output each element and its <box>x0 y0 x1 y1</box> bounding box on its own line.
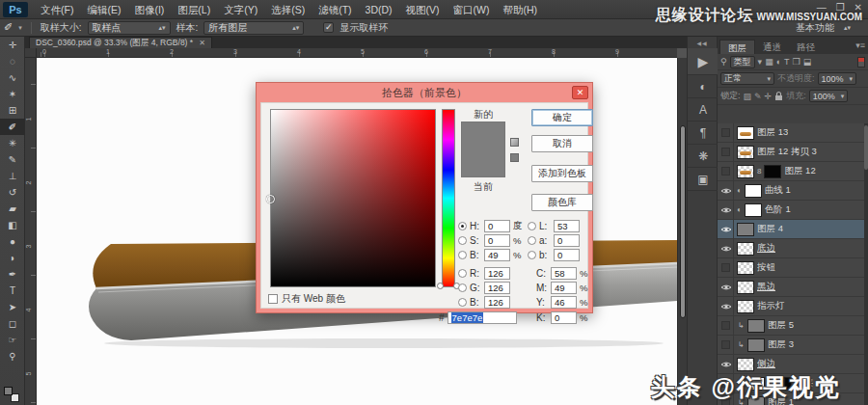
adjustments-panel-button[interactable]: ◐ <box>688 75 719 98</box>
filter-toggle-icon[interactable] <box>857 57 865 68</box>
menu-item-select[interactable]: 选择(S) <box>264 0 312 19</box>
actions-panel-button[interactable]: ▶ <box>688 48 719 75</box>
show-sampling-ring-checkbox[interactable]: ✓ <box>323 22 334 33</box>
lab-b-input[interactable]: 0 <box>554 249 580 261</box>
layer-row[interactable]: ↳ 图层 3 <box>718 336 864 355</box>
quick-selection-tool[interactable]: ✶ <box>0 86 25 102</box>
panel-menu-icon[interactable]: ▾≡ <box>855 40 865 50</box>
h-input[interactable]: 0 <box>484 220 510 232</box>
hue-slider[interactable] <box>442 109 455 287</box>
radio-r[interactable] <box>458 269 467 278</box>
dialog-close-button[interactable]: ✕ <box>572 86 588 99</box>
tab-paths[interactable]: 路径 <box>789 40 823 54</box>
history-brush-tool[interactable]: ↺ <box>0 184 25 201</box>
layer-row[interactable]: 按钮 <box>718 258 864 278</box>
foreground-background-swatches[interactable] <box>4 387 19 402</box>
layer-mask-thumbnail[interactable] <box>745 184 762 198</box>
web-safe-swatch-icon[interactable] <box>510 153 519 162</box>
menu-item-help[interactable]: 帮助(H) <box>497 0 545 19</box>
brush-presets-panel-button[interactable]: ❋ <box>688 145 719 168</box>
tab-channels[interactable]: 通道 <box>755 40 789 54</box>
a-input[interactable]: 0 <box>554 234 580 247</box>
lasso-tool[interactable]: ∿ <box>0 69 25 86</box>
lock-pixels-icon[interactable]: ✎ <box>754 92 762 101</box>
layer-row[interactable]: 指示灯 <box>718 297 864 316</box>
shape-tool[interactable]: ◻ <box>0 315 25 332</box>
brush-tool[interactable]: ✎ <box>0 151 25 168</box>
clone-source-panel-button[interactable]: ▣ <box>688 168 719 191</box>
b-input[interactable]: 49 <box>484 249 510 261</box>
layer-thumbnail[interactable] <box>737 126 754 140</box>
visibility-toggle[interactable] <box>719 316 734 336</box>
panel-scrollbar[interactable] <box>864 123 868 405</box>
b2-input[interactable]: 126 <box>484 296 510 309</box>
visibility-toggle[interactable] <box>719 143 734 162</box>
y-input[interactable]: 46 <box>551 296 577 309</box>
layer-thumbnail[interactable] <box>737 358 754 371</box>
ok-button[interactable]: 确定 <box>531 109 593 126</box>
layer-row[interactable]: ◐ 色阶 1 <box>718 201 864 220</box>
layer-thumbnail[interactable] <box>737 223 754 236</box>
dodge-tool[interactable]: ◗ <box>0 250 25 266</box>
visibility-toggle[interactable] <box>719 123 734 143</box>
marquee-tool[interactable]: ◌ <box>0 53 25 69</box>
healing-brush-tool[interactable]: ✳ <box>0 135 25 151</box>
layer-row-selected[interactable]: 图层 4 <box>718 220 864 239</box>
filter-pixel-icon[interactable]: ▦ <box>765 57 773 67</box>
s-input[interactable]: 0 <box>484 234 510 247</box>
visibility-toggle[interactable] <box>719 162 734 181</box>
filter-adjustment-icon[interactable]: ◐ <box>776 57 781 67</box>
layer-thumbnail[interactable] <box>747 338 765 352</box>
layer-row[interactable]: 黑边 <box>718 278 864 297</box>
visibility-toggle[interactable] <box>719 278 734 297</box>
layer-row[interactable]: 图层 13 <box>718 123 864 143</box>
radio-g[interactable] <box>458 284 467 292</box>
menu-item-view[interactable]: 视图(V) <box>399 0 447 19</box>
layer-thumbnail[interactable] <box>747 319 765 333</box>
hex-input[interactable]: 7e7e7e <box>448 311 517 324</box>
tool-preset-arrow-icon[interactable]: ▾ <box>18 24 22 32</box>
layer-thumbnail[interactable] <box>737 261 754 275</box>
filter-type-icon[interactable]: T <box>784 57 790 67</box>
menu-item-window[interactable]: 窗口(W) <box>447 0 497 19</box>
k-input[interactable]: 0 <box>551 311 577 324</box>
visibility-toggle[interactable] <box>719 181 734 201</box>
menu-item-type[interactable]: 文字(Y) <box>217 0 264 19</box>
filter-kind-select[interactable]: 类型 <box>730 56 755 68</box>
radio-lab-b[interactable] <box>528 251 536 259</box>
layer-row[interactable]: 图层 12 拷贝 3 <box>718 143 864 162</box>
layer-row[interactable]: ◐ 曲线 1 <box>718 181 864 201</box>
zoom-tool[interactable]: ⚲ <box>0 348 25 364</box>
l-input[interactable]: 53 <box>554 220 580 232</box>
radio-s[interactable] <box>458 236 467 245</box>
menu-item-3d[interactable]: 3D(D) <box>359 0 399 19</box>
web-colors-only-option[interactable]: 只有 Web 颜色 <box>268 292 345 306</box>
layer-row[interactable]: 底边 <box>718 239 864 258</box>
web-gamut-warning-icon[interactable] <box>510 138 519 147</box>
visibility-toggle[interactable] <box>719 239 734 258</box>
fill-value[interactable]: 100%▾ <box>809 90 849 102</box>
blur-tool[interactable]: ● <box>0 233 25 250</box>
add-to-swatches-button[interactable]: 添加到色板 <box>531 165 593 182</box>
pen-tool[interactable]: ✒ <box>0 266 25 283</box>
c-input[interactable]: 58 <box>551 267 577 280</box>
tab-layers[interactable]: 图层 <box>719 40 755 54</box>
paragraph-panel-button[interactable]: ¶ <box>688 122 719 145</box>
radio-b[interactable] <box>458 251 467 259</box>
layer-row[interactable]: ↳ 图层 5 <box>718 316 864 336</box>
layer-thumbnail[interactable] <box>737 242 754 256</box>
crop-tool[interactable]: ⊞ <box>0 102 25 119</box>
visibility-toggle[interactable] <box>719 201 734 220</box>
canvas-vertical-scrollbar[interactable] <box>677 58 687 405</box>
clone-stamp-tool[interactable]: ⊥ <box>0 168 25 184</box>
layer-row[interactable]: 8 图层 12 <box>718 162 864 181</box>
menu-item-filter[interactable]: 滤镜(T) <box>312 0 358 19</box>
layer-thumbnail[interactable] <box>737 281 754 294</box>
character-panel-button[interactable]: A <box>688 98 719 122</box>
color-field[interactable] <box>270 109 436 287</box>
blend-mode-select[interactable]: 正常 ▾ <box>720 72 774 85</box>
sample-select[interactable]: 所有图层 ▴▾ <box>203 21 304 35</box>
radio-l[interactable] <box>528 222 536 230</box>
hand-tool[interactable]: ☞ <box>0 332 25 348</box>
visibility-toggle[interactable] <box>719 258 734 278</box>
